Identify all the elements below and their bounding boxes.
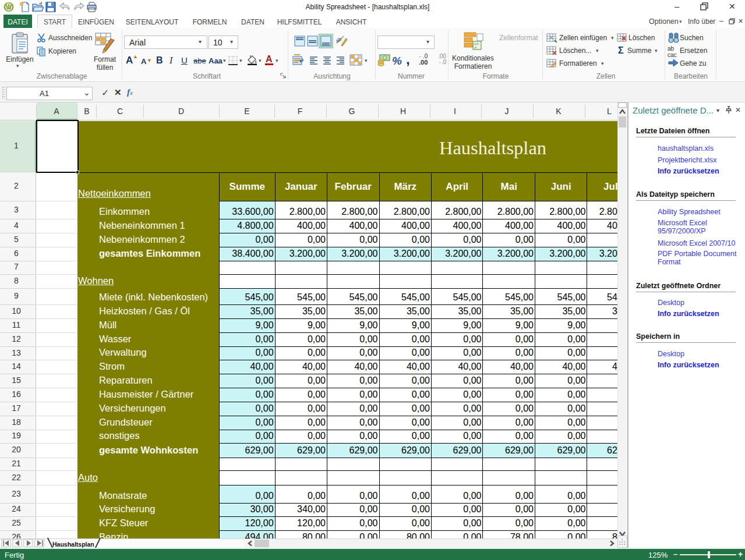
- svg-text:ab: ab: [336, 36, 343, 44]
- svg-text:>: >: [474, 45, 476, 49]
